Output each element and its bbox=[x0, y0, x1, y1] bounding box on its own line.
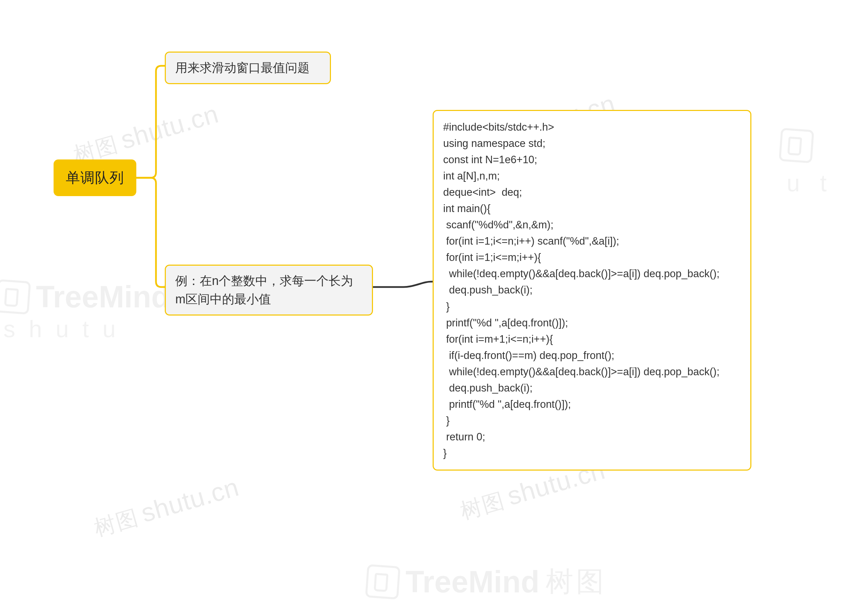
watermark-cn: 树图 bbox=[91, 505, 141, 541]
child-node-example[interactable]: 例：在n个整数中，求每一个长为m区间中的最小值 bbox=[165, 265, 373, 315]
watermark-icon bbox=[365, 564, 401, 600]
root-label: 单调队列 bbox=[66, 168, 124, 187]
code-node[interactable]: #include<bits/stdc++.h> using namespace … bbox=[432, 110, 751, 471]
watermark-cn: 树图 bbox=[457, 488, 507, 524]
child-node-sliding-window[interactable]: 用来求滑动窗口最值问题 bbox=[165, 51, 331, 84]
watermark-brand-text: TreeMind bbox=[406, 565, 539, 600]
watermark-brand-text: TreeMind bbox=[36, 280, 170, 314]
watermark-en: shutu.cn bbox=[138, 472, 242, 528]
watermark-sub: shutu bbox=[3, 315, 129, 343]
node-label: 例：在n个整数中，求每一个长为m区间中的最小值 bbox=[175, 274, 353, 306]
code-content: #include<bits/stdc++.h> using namespace … bbox=[443, 121, 719, 459]
watermark-brand bbox=[780, 129, 813, 162]
watermark-icon bbox=[0, 279, 31, 315]
watermark-brand-zh: 树图 bbox=[546, 563, 607, 601]
watermark-en: shutu.cn bbox=[117, 99, 222, 154]
root-node[interactable]: 单调队列 bbox=[54, 160, 136, 196]
watermark-icon bbox=[779, 128, 814, 163]
node-label: 用来求滑动窗口最值问题 bbox=[175, 61, 310, 75]
watermark-brand: TreeMind 树图 bbox=[366, 563, 607, 601]
watermark: 树图shutu.cn bbox=[90, 472, 243, 543]
watermark-sub: u t bbox=[787, 169, 834, 197]
